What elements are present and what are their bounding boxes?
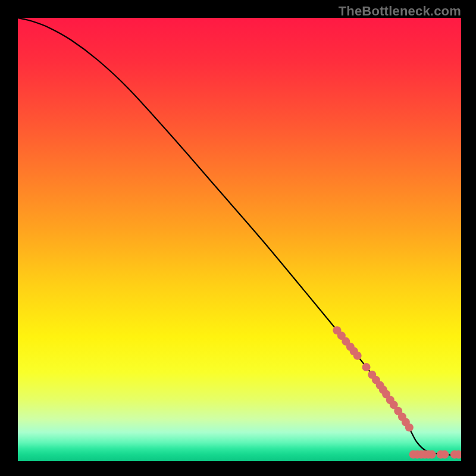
data-point <box>362 363 371 371</box>
plot-area <box>18 18 461 461</box>
data-point <box>428 450 436 459</box>
watermark-text: TheBottleneck.com <box>339 4 461 19</box>
data-point <box>440 450 449 459</box>
data-point <box>405 423 414 431</box>
data-point <box>353 352 362 360</box>
data-overlay <box>18 18 461 461</box>
chart-root: TheBottleneck.com <box>0 0 476 476</box>
curve-line <box>18 18 461 455</box>
scatter-markers <box>333 326 461 459</box>
